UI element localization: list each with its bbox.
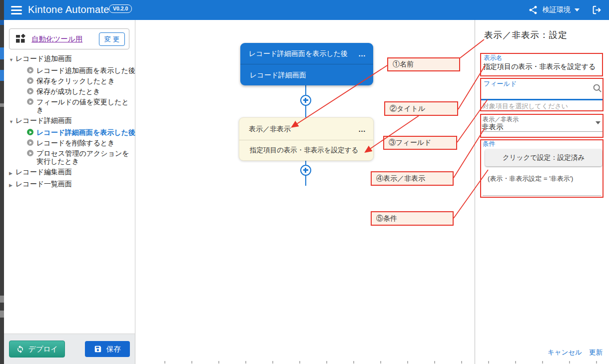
callout-name: ①名前 bbox=[387, 57, 460, 71]
action-node[interactable]: 表示／非表示 … 指定項目の表示・非表示を設定する bbox=[239, 117, 374, 161]
event-play-icon-active bbox=[27, 129, 33, 135]
tree-item[interactable]: 保存が成功したとき bbox=[4, 86, 135, 96]
sync-icon bbox=[16, 345, 24, 354]
app-selector-card: 自動化ツール用 変 更 bbox=[9, 28, 129, 49]
event-play-icon bbox=[27, 98, 33, 105]
action-node-subtitle[interactable]: 指定項目の表示・非表示を設定する bbox=[239, 140, 373, 160]
event-play-icon bbox=[27, 139, 33, 146]
share-icon[interactable] bbox=[528, 5, 538, 15]
browser-edge-strip bbox=[0, 0, 4, 364]
tree-group-record-list[interactable]: ▶ レコード一覧画面 bbox=[4, 178, 135, 190]
environment-selector[interactable]: 検証環境 bbox=[543, 5, 571, 14]
panel-title: 表示／非表示：設定 bbox=[484, 29, 568, 41]
condition-label: 条件 bbox=[483, 140, 495, 148]
callout-field: ③フィールド bbox=[383, 136, 457, 150]
change-app-button[interactable]: 変 更 bbox=[99, 32, 125, 46]
tree-item-active[interactable]: レコード詳細画面を表示した後 bbox=[4, 127, 135, 137]
version-badge: V0.2.0 bbox=[109, 4, 132, 13]
event-tree: ▼ レコード追加画面 レコード追加画面を表示した後 保存をクリックしたとき 保存… bbox=[4, 53, 135, 190]
tree-expanded-icon[interactable]: ▼ bbox=[9, 56, 15, 64]
callout-title: ②タイトル bbox=[384, 101, 458, 116]
tree-collapsed-icon[interactable]: ▶ bbox=[9, 181, 15, 189]
trigger-node-subtitle[interactable]: レコード詳細画面 bbox=[240, 64, 373, 85]
tree-item[interactable]: プロセス管理のアクションを実行したとき bbox=[4, 148, 135, 166]
kintone-automate-app: Kintone Automate V0.2.0 検証環境 自動化ツール用 変 更… bbox=[0, 0, 609, 364]
action-node-header[interactable]: 表示／非表示 … bbox=[239, 118, 373, 140]
tree-group-record-edit[interactable]: ▶ レコード編集画面 bbox=[4, 166, 135, 178]
app-title: Kintone Automate bbox=[28, 4, 109, 15]
app-name-link[interactable]: 自動化ツール用 bbox=[31, 34, 82, 44]
add-step-button[interactable] bbox=[300, 165, 311, 176]
event-play-icon bbox=[27, 77, 33, 84]
logout-icon[interactable] bbox=[592, 4, 603, 15]
display-name-label: 表示名 bbox=[484, 54, 503, 62]
tree-group-record-add[interactable]: ▼ レコード追加画面 bbox=[4, 53, 135, 65]
event-play-icon bbox=[27, 88, 33, 94]
more-options-icon[interactable]: … bbox=[358, 118, 366, 140]
event-play-icon bbox=[27, 67, 33, 73]
visibility-select[interactable]: 非表示 bbox=[482, 122, 504, 132]
field-input[interactable]: 対象項目を選択してください bbox=[483, 102, 568, 111]
more-options-icon[interactable]: … bbox=[358, 43, 366, 64]
deploy-button[interactable]: デプロイ bbox=[9, 341, 65, 358]
sidebar: 自動化ツール用 変 更 ▼ レコード追加画面 レコード追加画面を表示した後 保存… bbox=[4, 20, 135, 364]
hamburger-menu-icon[interactable] bbox=[11, 6, 23, 14]
bottom-ruler-ticks bbox=[138, 361, 609, 364]
tree-item[interactable]: フィールドの値を変更したとき bbox=[4, 96, 135, 115]
field-label: フィールド bbox=[484, 79, 517, 88]
callout-visibility: ④表示／非表示 bbox=[371, 171, 454, 186]
tree-group-record-detail[interactable]: ▼ レコード詳細画面 bbox=[4, 115, 135, 127]
settings-panel: 表示／非表示：設定 表示名 指定項目の表示・非表示を設定する フィールド 対象項… bbox=[475, 20, 609, 364]
callout-condition: ⑤条件 bbox=[371, 211, 454, 226]
visibility-underline bbox=[481, 131, 604, 132]
condition-config-button[interactable]: クリックで設定：設定済み bbox=[485, 149, 602, 166]
trigger-node-header[interactable]: レコード詳細画面を表示した後 … bbox=[240, 43, 373, 64]
tree-collapsed-icon[interactable]: ▶ bbox=[9, 169, 15, 177]
tree-expanded-icon[interactable]: ▼ bbox=[9, 118, 15, 126]
dropdown-caret-icon[interactable] bbox=[596, 121, 601, 124]
condition-underline bbox=[483, 195, 601, 196]
event-play-icon bbox=[27, 150, 33, 156]
chevron-down-icon[interactable] bbox=[575, 8, 580, 11]
field-input-underline bbox=[481, 99, 604, 100]
condition-summary: (表示・非表示設定 = '非表示') bbox=[488, 174, 573, 183]
sidebar-footer: デプロイ 保存 bbox=[4, 334, 135, 364]
save-button[interactable]: 保存 bbox=[85, 341, 130, 357]
display-name-input[interactable]: 指定項目の表示・非表示を設定する bbox=[483, 62, 596, 71]
app-header: Kintone Automate V0.2.0 検証環境 bbox=[0, 0, 609, 20]
save-icon bbox=[94, 345, 102, 353]
tree-item[interactable]: レコードを削除するとき bbox=[4, 137, 135, 148]
app-icon bbox=[15, 34, 26, 44]
tree-item[interactable]: レコード追加画面を表示した後 bbox=[4, 65, 135, 75]
search-icon[interactable] bbox=[593, 83, 603, 93]
add-step-button[interactable] bbox=[300, 95, 311, 106]
trigger-node[interactable]: レコード詳細画面を表示した後 … レコード詳細画面 bbox=[240, 43, 373, 85]
cancel-button[interactable]: キャンセル bbox=[548, 348, 582, 357]
tree-item[interactable]: 保存をクリックしたとき bbox=[4, 75, 135, 86]
update-button[interactable]: 更新 bbox=[589, 348, 603, 357]
